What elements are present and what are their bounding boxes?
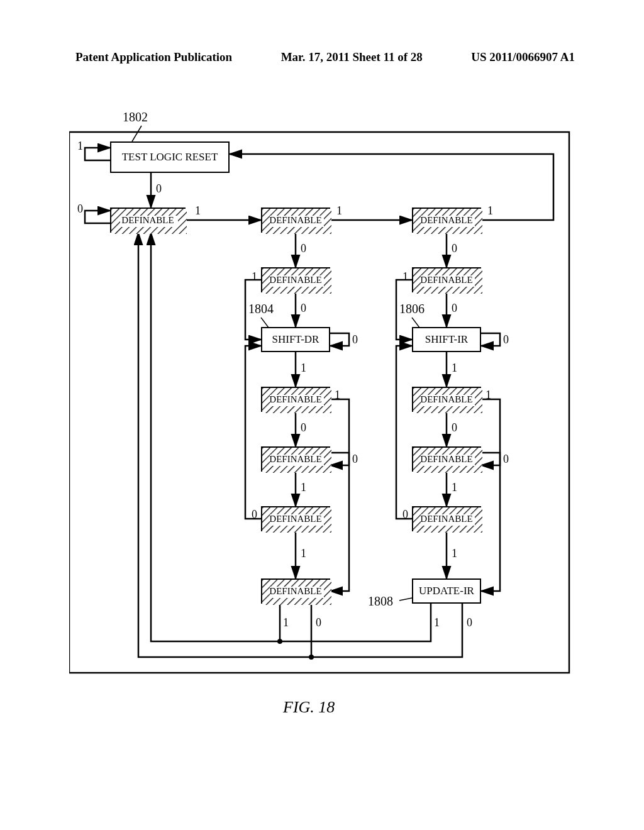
state-label: DEFINABLE: [262, 268, 329, 291]
edge-label: 1: [402, 270, 408, 284]
state-diagram: TEST LOGIC RESET DEFINABLE DEFINABLE DEF…: [69, 113, 572, 692]
ref-1802: 1802: [123, 110, 148, 124]
state-select-ir-definable: DEFINABLE: [412, 208, 481, 233]
state-pause-ir-definable: DEFINABLE: [412, 446, 481, 472]
edge-label: 0: [301, 421, 306, 434]
state-run-test-idle-definable: DEFINABLE: [110, 208, 186, 233]
state-update-ir: UPDATE-IR: [412, 578, 481, 604]
edge-label: 1: [195, 204, 201, 218]
state-label: DEFINABLE: [262, 507, 329, 530]
edge-label: 0: [301, 302, 306, 315]
state-select-dr-definable: DEFINABLE: [261, 208, 330, 233]
state-label: SHIFT-IR: [425, 333, 468, 346]
edge-label: 1: [301, 547, 306, 560]
ref-1806: 1806: [399, 302, 425, 316]
state-label: DEFINABLE: [413, 507, 480, 530]
edge-label: 0: [352, 333, 358, 346]
figure-caption: FIG. 18: [283, 698, 335, 717]
edge-label: 1: [486, 389, 491, 402]
edge-label: 0: [452, 421, 457, 434]
state-label: DEFINABLE: [413, 388, 480, 411]
state-exit1-ir-definable: DEFINABLE: [412, 387, 481, 412]
state-label: SHIFT-DR: [272, 333, 319, 346]
header-right: US 2011/0066907 A1: [471, 50, 575, 64]
edge-label: 0: [156, 182, 162, 196]
edge-label: 0: [503, 333, 509, 346]
edge-label: 0: [77, 202, 83, 216]
edge-label: 0: [301, 242, 306, 255]
state-shift-ir: SHIFT-IR: [412, 327, 481, 352]
state-label: DEFINABLE: [262, 448, 329, 470]
state-label: DEFINABLE: [413, 268, 480, 291]
state-label: DEFINABLE: [262, 209, 329, 231]
state-test-logic-reset: TEST LOGIC RESET: [110, 141, 230, 173]
state-capture-dr-definable: DEFINABLE: [261, 267, 330, 292]
edge-label: 1: [283, 616, 289, 629]
ref-1804: 1804: [248, 302, 274, 316]
state-exit2-ir-definable: DEFINABLE: [412, 506, 481, 531]
state-exit2-dr-definable: DEFINABLE: [261, 506, 330, 531]
state-label: DEFINABLE: [413, 448, 480, 470]
edge-label: 1: [301, 362, 306, 375]
state-label: DEFINABLE: [262, 580, 329, 602]
edge-label: 1: [487, 204, 493, 218]
edge-label: 0: [452, 302, 457, 315]
edge-label: 1: [301, 481, 306, 494]
edge-label: 0: [316, 616, 321, 629]
svg-point-4: [309, 655, 314, 660]
edge-label: 0: [252, 508, 257, 521]
state-shift-dr: SHIFT-DR: [261, 327, 330, 352]
state-label: DEFINABLE: [413, 209, 480, 231]
edge-label: 1: [452, 547, 457, 560]
edge-label: 1: [335, 389, 340, 402]
edge-label: 1: [434, 616, 440, 629]
edge-label: 1: [336, 204, 342, 218]
state-capture-ir-definable: DEFINABLE: [412, 267, 481, 292]
state-pause-dr-definable: DEFINABLE: [261, 446, 330, 472]
page-header: Patent Application Publication Mar. 17, …: [0, 50, 644, 64]
ref-1808: 1808: [368, 594, 393, 609]
edge-label: 0: [452, 242, 457, 255]
edge-label: 1: [77, 140, 83, 153]
svg-point-3: [277, 639, 282, 644]
edge-label: 0: [467, 616, 472, 629]
state-label: DEFINABLE: [111, 209, 184, 231]
edge-label: 0: [352, 453, 358, 466]
state-label: DEFINABLE: [262, 388, 329, 411]
state-update-dr-definable: DEFINABLE: [261, 578, 330, 604]
header-left: Patent Application Publication: [75, 50, 232, 64]
state-exit1-dr-definable: DEFINABLE: [261, 387, 330, 412]
edge-label: 0: [402, 508, 408, 521]
header-mid: Mar. 17, 2011 Sheet 11 of 28: [281, 50, 423, 64]
state-label: TEST LOGIC RESET: [122, 151, 218, 163]
edge-label: 1: [452, 362, 457, 375]
state-label: UPDATE-IR: [419, 585, 474, 597]
edge-label: 0: [503, 453, 509, 466]
edge-label: 1: [252, 270, 257, 284]
edge-label: 1: [452, 481, 457, 494]
